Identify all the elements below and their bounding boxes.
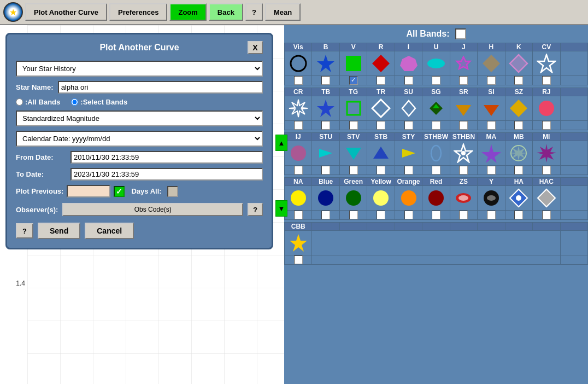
source-select[interactable]: Your Star History AAVSO Archive Upload F…	[16, 61, 263, 77]
obs-code-button[interactable]: Obs Code(s)	[62, 203, 243, 216]
sty-checkbox[interactable]	[404, 166, 413, 174]
star-name-input[interactable]	[58, 81, 263, 94]
green-checkbox-band[interactable]	[349, 211, 358, 219]
j-checkbox[interactable]	[459, 76, 468, 85]
date-format-select[interactable]: Calendar Date: yyyy/mm/dd JD HJD	[16, 131, 263, 147]
band-check-k	[505, 76, 532, 85]
magnitude-select[interactable]: Standardized Magnitude Visual Magnitude …	[16, 110, 263, 126]
band-header-mb: MB	[505, 133, 532, 141]
svg-marker-21	[484, 105, 499, 116]
band-scroll-3	[560, 96, 587, 121]
ha-checkbox[interactable]	[514, 211, 523, 219]
band-icon-v	[339, 51, 367, 76]
hac-checkbox[interactable]	[542, 211, 551, 219]
dialog-close-button[interactable]: X	[248, 41, 263, 54]
cancel-button[interactable]: Cancel	[85, 223, 134, 239]
blue-checkbox[interactable]	[321, 211, 330, 219]
scroll-down-arrow[interactable]: ▼	[275, 200, 287, 217]
band-header-sthbw: STHBW	[422, 133, 450, 141]
svg-marker-4	[372, 55, 390, 72]
cbb-checkbox[interactable]	[294, 255, 303, 264]
rj-checkbox[interactable]	[542, 121, 551, 130]
su-checkbox[interactable]	[404, 121, 413, 130]
band-check-row-3	[285, 166, 588, 175]
sr-checkbox[interactable]	[459, 121, 468, 130]
observer-help-button[interactable]: ?	[248, 203, 263, 216]
yellow-checkbox[interactable]	[377, 211, 385, 219]
mean-button[interactable]: Mean	[265, 3, 301, 21]
i-checkbox[interactable]	[404, 76, 413, 85]
sz-checkbox[interactable]	[514, 121, 523, 130]
cv-checkbox[interactable]	[542, 76, 551, 85]
scroll-up-arrow[interactable]: ▲	[275, 135, 287, 151]
main-area: 1.2 1.4 ▲ ▼ Plot Another Curve X Your St…	[0, 25, 588, 384]
mi-checkbox[interactable]	[542, 166, 551, 174]
svg-point-46	[487, 195, 496, 201]
band-header-empty-2	[339, 223, 367, 231]
h-checkbox[interactable]	[487, 76, 496, 85]
sthbn-checkbox[interactable]	[459, 166, 468, 174]
u-checkbox[interactable]	[432, 76, 440, 85]
all-bands-radio[interactable]	[16, 98, 23, 106]
from-date-input[interactable]	[70, 151, 263, 164]
to-date-input[interactable]	[70, 168, 263, 181]
band-header-vis: Vis	[285, 43, 312, 51]
stv-checkbox[interactable]	[349, 166, 358, 174]
band-check-i	[395, 76, 422, 85]
mb-checkbox[interactable]	[514, 166, 523, 174]
sg-checkbox[interactable]	[432, 121, 440, 130]
b-checkbox[interactable]	[321, 76, 330, 85]
si-checkbox[interactable]	[487, 121, 496, 130]
ij-checkbox[interactable]	[294, 166, 303, 174]
select-bands-radio[interactable]	[71, 98, 78, 106]
preferences-button[interactable]: Preferences	[109, 3, 167, 21]
back-button[interactable]: Back	[209, 3, 243, 21]
dialog-title: Plot Another Curve	[31, 43, 248, 53]
red-checkbox[interactable]	[432, 211, 440, 219]
plot-previous-checkbox[interactable]	[114, 186, 125, 197]
band-check-u	[422, 76, 450, 85]
ma-checkbox[interactable]	[487, 166, 496, 174]
r-checkbox[interactable]	[377, 76, 385, 85]
na-checkbox[interactable]	[294, 211, 303, 219]
plot-another-curve-button[interactable]: Plot Another Curve	[25, 3, 107, 21]
to-date-row: To Date:	[16, 168, 263, 181]
zoom-button[interactable]: Zoom	[169, 3, 206, 21]
band-header-empty-9	[533, 223, 560, 231]
band-icon-green	[339, 186, 367, 211]
v-checkbox[interactable]	[349, 76, 358, 85]
band-icon-k	[505, 51, 532, 76]
k-checkbox[interactable]	[514, 76, 523, 85]
vis-checkbox[interactable]	[294, 76, 303, 85]
band-header-stv: STV	[339, 133, 367, 141]
stu-checkbox[interactable]	[321, 166, 330, 174]
tb-checkbox[interactable]	[321, 121, 330, 130]
select-bands-radio-label[interactable]: :Select Bands	[71, 98, 127, 106]
observer-row: Observer(s): Obs Code(s) ?	[16, 203, 263, 216]
from-date-row: From Date:	[16, 151, 263, 164]
band-icon-ij	[285, 141, 312, 166]
all-bands-checkbox[interactable]	[455, 28, 466, 39]
orange-checkbox[interactable]	[404, 211, 413, 219]
band-check-b	[312, 76, 339, 85]
tr-checkbox[interactable]	[377, 121, 385, 130]
send-button[interactable]: Send	[38, 223, 80, 239]
stb-checkbox[interactable]	[377, 166, 385, 174]
dialog-help-button[interactable]: ?	[16, 223, 33, 238]
star-name-label: Star Name:	[16, 83, 54, 91]
tg-checkbox[interactable]	[349, 121, 358, 130]
all-bands-radio-label[interactable]: :All Bands	[16, 98, 60, 106]
all-bands-header: All Bands:	[284, 25, 588, 43]
sthbw-checkbox[interactable]	[432, 166, 440, 174]
band-header-sr: SR	[450, 88, 477, 96]
svg-marker-49	[538, 189, 555, 207]
plot-previous-input[interactable]	[67, 185, 110, 197]
svg-marker-34	[509, 146, 528, 161]
band-header-ha: HA	[505, 178, 532, 186]
help-button[interactable]: ?	[245, 3, 263, 21]
zs-checkbox[interactable]	[459, 211, 468, 219]
band-header-r: R	[367, 43, 395, 51]
y-checkbox[interactable]	[487, 211, 496, 219]
cr-checkbox[interactable]	[294, 121, 303, 130]
days-all-checkbox[interactable]	[167, 186, 178, 197]
